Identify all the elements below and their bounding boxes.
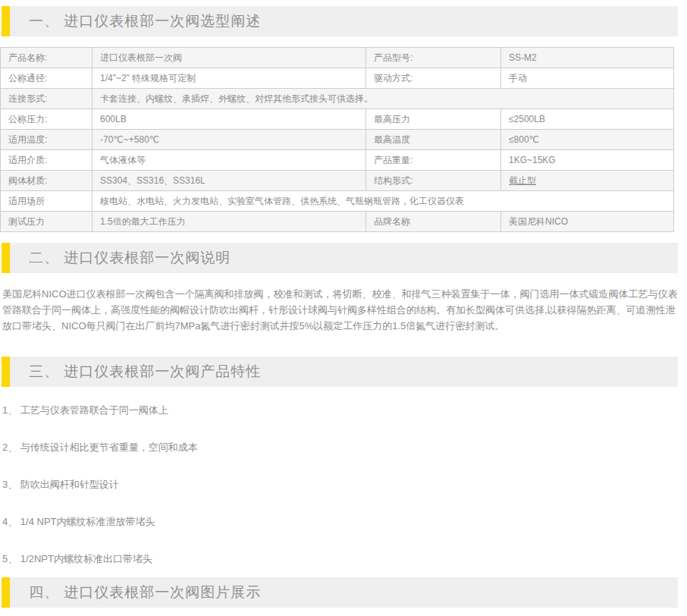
spec-value: 手动 (501, 68, 674, 89)
table-row: 公称压力: 600LB 最高压力 ≤2500LB (1, 109, 674, 130)
spec-value: 气体液体等 (93, 150, 366, 171)
description-paragraph: 美国尼科NICO进口仪表根部一次阀包含一个隔离阀和排放阀，校准和测试，将切断、校… (2, 286, 679, 334)
spec-label: 连接形式: (1, 89, 93, 109)
feature-item: 4、 1/4 NPT内螺纹标准泄放带堵头 (2, 515, 679, 529)
section-title: 一、 进口仪表根部一次阀选型阐述 (10, 11, 261, 31)
table-row: 公称通径: 1/4"~2" 特殊规格可定制 驱动方式: 手动 (1, 68, 674, 89)
spec-label: 适用介质: (1, 150, 93, 171)
accent-bar (2, 577, 10, 608)
spec-label: 驱动方式: (366, 68, 501, 89)
product-detail-page: 一、 进口仪表根部一次阀选型阐述 产品名称: 进口仪表根部一次阀 产品型号: S… (0, 0, 687, 616)
table-row: 适用场所 核电站、水电站、火力发电站、实验室气体管路、供热系统、气瓶钢瓶管路，化… (1, 191, 674, 212)
spec-label: 测试压力 (1, 212, 93, 232)
spec-label: 产品名称: (1, 48, 93, 68)
spec-label: 最高温度 (366, 130, 501, 150)
spec-label: 产品型号: (366, 48, 501, 68)
spec-label: 结构形式: (366, 171, 501, 191)
feature-item: 3、 防吹出阀杆和针型设计 (2, 478, 679, 492)
spec-label: 公称通径: (1, 68, 93, 89)
section-heading-description: 二、 进口仪表根部一次阀说明 (2, 243, 678, 273)
section-title: 三、 进口仪表根部一次阀产品特性 (10, 362, 261, 382)
section-heading-features: 三、 进口仪表根部一次阀产品特性 (2, 357, 678, 387)
feature-item: 5、 1/2NPT内螺纹标准出口带堵头 (2, 552, 679, 566)
section-title: 二、 进口仪表根部一次阀说明 (10, 248, 231, 268)
accent-bar (2, 243, 10, 273)
section-heading-gallery: 四、 进口仪表根部一次阀图片展示 (2, 577, 678, 608)
accent-bar (2, 6, 10, 36)
spec-label: 品牌名称 (366, 212, 501, 232)
spec-value: 600LB (93, 109, 366, 130)
table-row: 连接形式: 卡套连接、内螺纹、承插焊、外螺纹、对焊其他形式接头可供选择。 (1, 89, 674, 109)
spec-label: 阀体材质: (1, 171, 93, 191)
spec-value: 1.5倍的最大工作压力 (93, 212, 366, 232)
spec-value: -70℃~+580℃ (93, 130, 366, 150)
feature-item: 2、 与传统设计相比更节省重量，空间和成本 (2, 441, 679, 454)
spec-value: 美国尼科NICO (501, 212, 674, 232)
table-row: 产品名称: 进口仪表根部一次阀 产品型号: SS-M2 (1, 48, 674, 68)
accent-bar (2, 357, 10, 387)
spec-label: 产品重量: (366, 150, 501, 171)
spec-value: 1/4"~2" 特殊规格可定制 (93, 68, 366, 89)
table-row: 适用介质: 气体液体等 产品重量: 1KG~15KG (1, 150, 674, 171)
spec-value: SS-M2 (501, 48, 674, 68)
spec-label: 适用温度: (1, 130, 93, 150)
feature-item: 1、 工艺与仪表管路联合于同一阀体上 (2, 404, 679, 417)
spec-table: 产品名称: 进口仪表根部一次阀 产品型号: SS-M2 公称通径: 1/4"~2… (0, 47, 674, 232)
spec-value: 截止型 (501, 171, 674, 191)
table-row: 测试压力 1.5倍的最大工作压力 品牌名称 美国尼科NICO (1, 212, 674, 232)
spec-value: 1KG~15KG (501, 150, 674, 171)
spec-label: 公称压力: (1, 109, 93, 130)
spec-value: 卡套连接、内螺纹、承插焊、外螺纹、对焊其他形式接头可供选择。 (93, 89, 674, 109)
spec-value: 进口仪表根部一次阀 (93, 48, 366, 68)
table-row: 适用温度: -70℃~+580℃ 最高温度 ≤800℃ (1, 130, 674, 150)
section-title: 四、 进口仪表根部一次阀图片展示 (10, 583, 261, 602)
spec-value: 核电站、水电站、火力发电站、实验室气体管路、供热系统、气瓶钢瓶管路，化工仪器仪表 (93, 191, 674, 212)
feature-list: 1、 工艺与仪表管路联合于同一阀体上 2、 与传统设计相比更节省重量，空间和成本… (0, 404, 687, 566)
spec-value: ≤800℃ (501, 130, 674, 150)
spec-value: ≤2500LB (501, 109, 674, 130)
structure-type-link[interactable]: 截止型 (509, 175, 536, 186)
table-row: 阀体材质: SS304、SS316、SS316L 结构形式: 截止型 (1, 171, 674, 191)
section-heading-selection: 一、 进口仪表根部一次阀选型阐述 (2, 6, 678, 36)
spec-label: 最高压力 (366, 109, 501, 130)
spec-value: SS304、SS316、SS316L (93, 171, 366, 191)
spec-label: 适用场所 (1, 191, 93, 212)
